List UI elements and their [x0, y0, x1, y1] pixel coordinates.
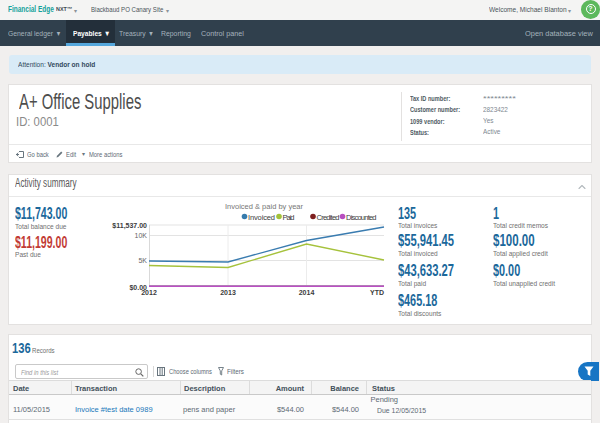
svg-text:YTD: YTD — [370, 289, 384, 296]
svg-text:2012: 2012 — [141, 289, 157, 296]
svg-text:2014: 2014 — [299, 289, 315, 296]
svg-text:Discounted: Discounted — [346, 213, 377, 222]
svg-text:Paid: Paid — [283, 213, 295, 222]
svg-text:2013: 2013 — [220, 289, 236, 296]
svg-text:$11,537.00: $11,537.00 — [112, 222, 147, 230]
svg-text:5K: 5K — [138, 257, 147, 264]
svg-text:10K: 10K — [135, 232, 148, 239]
svg-text:Invoiced & paid by year: Invoiced & paid by year — [225, 202, 303, 211]
svg-text:Credited: Credited — [317, 213, 340, 222]
svg-text:Invoiced: Invoiced — [248, 213, 275, 222]
